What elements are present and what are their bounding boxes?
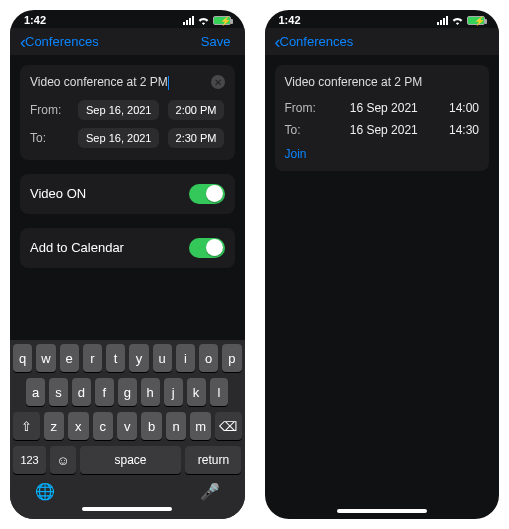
key-v[interactable]: v <box>117 412 137 440</box>
title-text: Video conference at 2 PM <box>30 75 168 89</box>
back-button[interactable]: ‹ Conferences <box>275 34 354 49</box>
status-time: 1:42 <box>279 14 301 26</box>
key-j[interactable]: j <box>164 378 183 406</box>
key-z[interactable]: z <box>44 412 64 440</box>
battery-icon: ⚡ <box>213 16 231 25</box>
key-row-3: ⇧ zxcvbnm ⌫ <box>13 412 242 440</box>
from-label: From: <box>285 101 325 115</box>
key-n[interactable]: n <box>166 412 186 440</box>
key-c[interactable]: c <box>93 412 113 440</box>
wifi-icon <box>451 15 464 25</box>
key-t[interactable]: t <box>106 344 125 372</box>
key-f[interactable]: f <box>95 378 114 406</box>
key-r[interactable]: r <box>83 344 102 372</box>
status-bar: 1:42 ⚡ <box>265 10 500 28</box>
join-button[interactable]: Join <box>285 141 480 163</box>
numbers-key[interactable]: 123 <box>13 446 46 474</box>
status-icons: ⚡ <box>437 15 485 25</box>
to-time-picker[interactable]: 2:30 PM <box>168 128 225 148</box>
signal-icon <box>437 16 448 25</box>
title-text: Video conference at 2 PM <box>285 75 423 89</box>
shift-key[interactable]: ⇧ <box>13 412 40 440</box>
phone-edit-screen: 1:42 ⚡ ‹ Conferences Save Video conferen… <box>10 10 245 519</box>
status-time: 1:42 <box>24 14 46 26</box>
from-date-picker[interactable]: Sep 16, 2021 <box>78 100 159 120</box>
key-a[interactable]: a <box>26 378 45 406</box>
key-s[interactable]: s <box>49 378 68 406</box>
key-p[interactable]: p <box>222 344 241 372</box>
key-e[interactable]: e <box>60 344 79 372</box>
video-label: Video ON <box>30 186 86 201</box>
to-label: To: <box>285 123 325 137</box>
to-time: 14:30 <box>443 123 479 137</box>
key-k[interactable]: k <box>187 378 206 406</box>
battery-icon: ⚡ <box>467 16 485 25</box>
video-toggle-row: Video ON <box>20 174 235 214</box>
calendar-switch[interactable] <box>189 238 225 258</box>
to-date-picker[interactable]: Sep 16, 2021 <box>78 128 159 148</box>
to-date: 16 Sep 2021 <box>350 123 418 137</box>
back-label: Conferences <box>25 34 99 49</box>
emoji-key[interactable]: ☺ <box>50 446 75 474</box>
wifi-icon <box>197 15 210 25</box>
nav-bar: ‹ Conferences <box>265 28 500 55</box>
back-label: Conferences <box>280 34 354 49</box>
from-time-picker[interactable]: 2:00 PM <box>168 100 225 120</box>
video-switch[interactable] <box>189 184 225 204</box>
back-button[interactable]: ‹ Conferences <box>20 34 99 49</box>
delete-key[interactable]: ⌫ <box>215 412 242 440</box>
calendar-toggle-row: Add to Calendar <box>20 228 235 268</box>
key-o[interactable]: o <box>199 344 218 372</box>
ios-keyboard: qwertyuiop asdfghjkl ⇧ zxcvbnm ⌫ 123 ☺ s… <box>10 340 245 519</box>
view-content: Video conference at 2 PM From: 16 Sep 20… <box>265 55 500 189</box>
key-g[interactable]: g <box>118 378 137 406</box>
key-row-1: qwertyuiop <box>13 344 242 372</box>
form-content: Video conference at 2 PM ✕ From: Sep 16,… <box>10 55 245 292</box>
calendar-label: Add to Calendar <box>30 240 124 255</box>
home-indicator <box>82 507 172 511</box>
key-row-2: asdfghjkl <box>13 378 242 406</box>
key-i[interactable]: i <box>176 344 195 372</box>
clear-text-icon[interactable]: ✕ <box>211 75 225 89</box>
space-key[interactable]: space <box>80 446 182 474</box>
from-time: 14:00 <box>443 101 479 115</box>
from-date: 16 Sep 2021 <box>350 101 418 115</box>
to-label: To: <box>30 131 70 145</box>
globe-icon[interactable]: 🌐 <box>35 482 55 501</box>
key-y[interactable]: y <box>129 344 148 372</box>
key-q[interactable]: q <box>13 344 32 372</box>
key-w[interactable]: w <box>36 344 55 372</box>
key-m[interactable]: m <box>190 412 210 440</box>
text-cursor <box>168 76 169 90</box>
key-l[interactable]: l <box>210 378 229 406</box>
return-key[interactable]: return <box>185 446 241 474</box>
details-card: Video conference at 2 PM From: 16 Sep 20… <box>275 65 490 171</box>
status-bar: 1:42 ⚡ <box>10 10 245 28</box>
key-u[interactable]: u <box>153 344 172 372</box>
key-h[interactable]: h <box>141 378 160 406</box>
home-indicator <box>337 509 427 513</box>
key-d[interactable]: d <box>72 378 91 406</box>
signal-icon <box>183 16 194 25</box>
key-b[interactable]: b <box>141 412 161 440</box>
nav-bar: ‹ Conferences Save <box>10 28 245 55</box>
key-x[interactable]: x <box>68 412 88 440</box>
from-label: From: <box>30 103 70 117</box>
details-card: Video conference at 2 PM ✕ From: Sep 16,… <box>20 65 235 160</box>
mic-icon[interactable]: 🎤 <box>200 482 220 501</box>
phone-view-screen: 1:42 ⚡ ‹ Conferences Video conference at… <box>265 10 500 519</box>
save-button[interactable]: Save <box>201 34 235 49</box>
title-input[interactable]: Video conference at 2 PM <box>30 75 169 90</box>
status-icons: ⚡ <box>183 15 231 25</box>
